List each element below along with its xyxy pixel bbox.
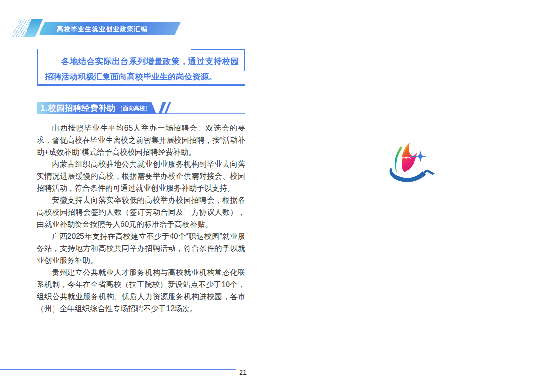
paragraph-guizhou: 贵州建立公共就业人才服务机构与高校就业机构常态化联系机制，今年在全省高校（技工院… [37, 266, 245, 314]
paragraph-guangxi: 广西2025年支持在高校建立不少于40个“职达校园”就业服务站，支持地方和高校共… [37, 230, 245, 266]
page-number: 21 [239, 368, 247, 376]
section-subtitle: （面向高校） [117, 104, 150, 112]
paragraph-shanxi: 山西按照毕业生平均65人举办一场招聘会、双选会的要求，督促高校在毕业生离校之前密… [37, 122, 245, 158]
document-title: 高校毕业生就业创业政策汇编 [57, 25, 148, 34]
sail-star-logo-icon [385, 141, 439, 185]
paragraph-neimenggu: 内蒙古组织高校驻地公共就业创业服务机构到毕业去向落实情况进展缓慢的高校，根据需要… [37, 158, 245, 194]
paragraph-anhui: 安徽支持去向落实率较低的高校举办校园招聘会，根据各高校校园招聘会签约人数（签订劳… [37, 194, 245, 230]
policy-body: 山西按照毕业生平均65人举办一场招聘会、双选会的要求，督促高校在毕业生离校之前密… [37, 122, 245, 314]
summary-quote-text: 各地结合实际出台系列增量政策，通过支持校园招聘活动积极汇集面向高校毕业生的岗位资… [38, 49, 245, 85]
section-title: 1.校园招聘经费补助 [40, 103, 115, 114]
document-page: 高校毕业生就业创业政策汇编 各地结合实际出台系列增量政策，通过支持校园招聘活动积… [0, 0, 549, 392]
section-header: 1.校园招聘经费补助 （面向高校） [40, 102, 150, 114]
quote-box-top-border [191, 49, 245, 50]
quote-box-right-border [244, 49, 245, 71]
footer-rule [0, 369, 236, 370]
summary-quote-box: 各地结合实际出台系列增量政策，通过支持校园招聘活动积极汇集面向高校毕业生的岗位资… [37, 49, 245, 86]
